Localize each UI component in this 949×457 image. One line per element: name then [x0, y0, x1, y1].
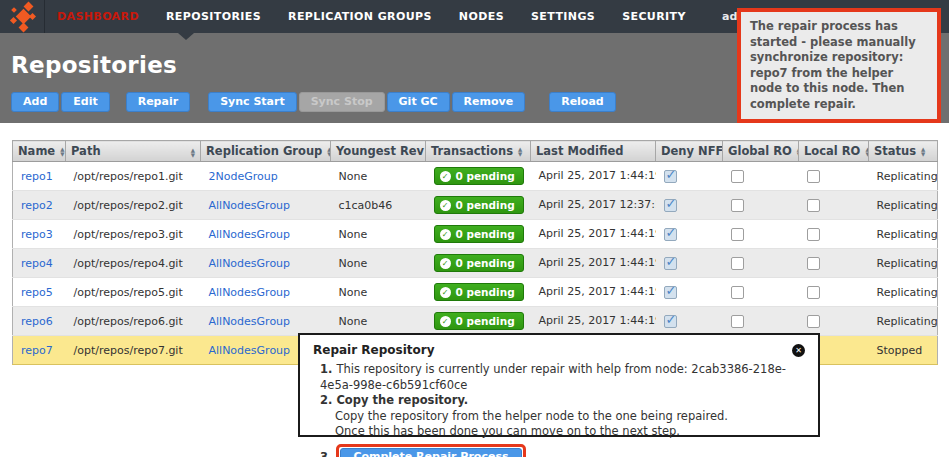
cell-global-ro-checkbox — [723, 249, 799, 278]
column-header-last-modified[interactable]: Last Modified — [531, 141, 656, 162]
edit-button[interactable]: Edit — [61, 92, 109, 112]
cell-deny-nff-checkbox — [656, 307, 723, 336]
column-header-local-ro[interactable]: Local RO▲▼ — [799, 141, 869, 162]
repo-link-repo6[interactable]: repo6 — [21, 315, 53, 328]
replication-group-link[interactable]: AllNodesGroup — [209, 257, 291, 270]
global-ro-checkbox[interactable] — [731, 228, 744, 241]
deny-nff-checkbox[interactable] — [664, 170, 677, 183]
global-ro-checkbox[interactable] — [731, 286, 744, 299]
nav-item-settings[interactable]: SETTINGS — [531, 10, 595, 23]
remove-button[interactable]: Remove — [452, 92, 526, 112]
cell-local-ro-checkbox — [799, 162, 869, 191]
replication-group-link[interactable]: 2NodeGroup — [209, 170, 278, 183]
replication-group-link[interactable]: AllNodesGroup — [209, 228, 291, 241]
cell-name: repo4 — [13, 249, 66, 278]
sort-icon[interactable]: ▲▼ — [921, 147, 925, 156]
cell-transactions: ✓0 pending — [426, 191, 531, 220]
cell-global-ro-checkbox — [723, 278, 799, 307]
repo-link-repo4[interactable]: repo4 — [21, 257, 53, 270]
repo-link-repo1[interactable]: repo1 — [21, 170, 53, 183]
table-row-repo6[interactable]: repo6/opt/repos/repo6.gitAllNodesGroupNo… — [13, 307, 938, 336]
check-circle-icon: ✓ — [440, 316, 451, 327]
column-header-replication-group[interactable]: Replication Group▲▼ — [201, 141, 331, 162]
nav-item-replication-groups[interactable]: REPLICATION GROUPS — [288, 10, 432, 23]
cell-transactions: ✓0 pending — [426, 278, 531, 307]
repo-link-repo7[interactable]: repo7 — [21, 344, 53, 357]
repair-button[interactable]: Repair — [126, 92, 190, 112]
local-ro-checkbox[interactable] — [807, 286, 820, 299]
local-ro-checkbox[interactable] — [807, 257, 820, 270]
column-header-global-ro[interactable]: Global RO▲▼ — [723, 141, 799, 162]
sort-icon[interactable]: ▲▼ — [518, 147, 522, 156]
repo-link-repo5[interactable]: repo5 — [21, 286, 53, 299]
local-ro-checkbox[interactable] — [807, 315, 820, 328]
deny-nff-checkbox[interactable] — [664, 228, 677, 241]
local-ro-checkbox[interactable] — [807, 228, 820, 241]
deny-nff-checkbox[interactable] — [664, 286, 677, 299]
sort-icon[interactable]: ▲▼ — [191, 148, 195, 157]
repo-link-repo3[interactable]: repo3 — [21, 228, 53, 241]
cell-transactions: ✓0 pending — [426, 307, 531, 336]
app-window: DASHBOARDREPOSITORIESREPLICATION GROUPSN… — [0, 0, 949, 457]
cell-youngest-rev: None — [331, 162, 426, 191]
nav-item-security[interactable]: SECURITY — [622, 10, 686, 23]
nav-item-repositories[interactable]: REPOSITORIES — [166, 10, 261, 23]
complete-repair-process-button[interactable]: Complete Repair Process — [340, 448, 521, 457]
deny-nff-checkbox[interactable] — [664, 315, 677, 328]
replication-group-link[interactable]: AllNodesGroup — [209, 199, 291, 212]
deny-nff-checkbox[interactable] — [664, 199, 677, 212]
local-ro-checkbox[interactable] — [807, 170, 820, 183]
button-group: AddEdit — [11, 92, 110, 112]
cell-path: /opt/repos/repo6.git — [66, 307, 201, 336]
column-header-youngest-rev[interactable]: Youngest Rev — [331, 141, 426, 162]
transactions-badge: ✓0 pending — [434, 254, 524, 272]
cell-deny-nff-checkbox — [656, 249, 723, 278]
local-ro-checkbox[interactable] — [807, 199, 820, 212]
cell-youngest-rev: None — [331, 220, 426, 249]
reload-button[interactable]: Reload — [549, 92, 616, 112]
global-ro-checkbox[interactable] — [731, 199, 744, 212]
nav-item-dashboard[interactable]: DASHBOARD — [57, 10, 139, 23]
cell-local-ro-checkbox — [799, 278, 869, 307]
global-ro-checkbox[interactable] — [731, 170, 744, 183]
table-row-repo3[interactable]: repo3/opt/repos/repo3.gitAllNodesGroupNo… — [13, 220, 938, 249]
cell-name: repo3 — [13, 220, 66, 249]
add-button[interactable]: Add — [11, 92, 59, 112]
cell-global-ro-checkbox — [723, 220, 799, 249]
table-row-repo2[interactable]: repo2/opt/repos/repo2.gitAllNodesGroupc1… — [13, 191, 938, 220]
column-header-status[interactable]: Status▲▼ — [869, 141, 938, 162]
cell-path: /opt/repos/repo1.git — [66, 162, 201, 191]
replication-group-link[interactable]: AllNodesGroup — [209, 286, 291, 299]
cell-deny-nff-checkbox — [656, 278, 723, 307]
repo-link-repo2[interactable]: repo2 — [21, 199, 53, 212]
cell-replication-group: AllNodesGroup — [201, 191, 331, 220]
close-icon[interactable]: ✕ — [792, 344, 805, 357]
sort-icon[interactable]: ▲▼ — [60, 147, 64, 156]
nav-item-nodes[interactable]: NODES — [459, 10, 504, 23]
cell-status: Replicating — [869, 307, 938, 336]
nav-items: DASHBOARDREPOSITORIESREPLICATION GROUPSN… — [57, 10, 686, 23]
column-header-path[interactable]: Path▲▼ — [66, 141, 201, 162]
check-circle-icon: ✓ — [440, 200, 451, 211]
deny-nff-checkbox[interactable] — [664, 257, 677, 270]
cell-replication-group: AllNodesGroup — [201, 278, 331, 307]
wandisco-logo-icon — [8, 3, 38, 31]
check-circle-icon: ✓ — [440, 229, 451, 240]
global-ro-checkbox[interactable] — [731, 315, 744, 328]
step-2-instruction-2: Once this has been done you can move on … — [300, 424, 818, 440]
column-header-deny-nff[interactable]: Deny NFF — [656, 141, 723, 162]
column-header-transactions[interactable]: Transactions▲▼ — [426, 141, 531, 162]
global-ro-checkbox[interactable] — [731, 257, 744, 270]
cell-youngest-rev: None — [331, 278, 426, 307]
sync-start-button[interactable]: Sync Start — [208, 92, 297, 112]
replication-group-link[interactable]: AllNodesGroup — [209, 315, 291, 328]
cell-name: repo5 — [13, 278, 66, 307]
git-gc-button[interactable]: Git GC — [387, 92, 450, 112]
cell-global-ro-checkbox — [723, 191, 799, 220]
column-header-name[interactable]: Name▲▼ — [13, 141, 66, 162]
table-row-repo5[interactable]: repo5/opt/repos/repo5.gitAllNodesGroupNo… — [13, 278, 938, 307]
step-2-instruction-1: Copy the repository from the helper node… — [300, 409, 818, 425]
table-row-repo1[interactable]: repo1/opt/repos/repo1.git2NodeGroupNone✓… — [13, 162, 938, 191]
replication-group-link[interactable]: AllNodesGroup — [209, 344, 291, 357]
table-row-repo4[interactable]: repo4/opt/repos/repo4.gitAllNodesGroupNo… — [13, 249, 938, 278]
